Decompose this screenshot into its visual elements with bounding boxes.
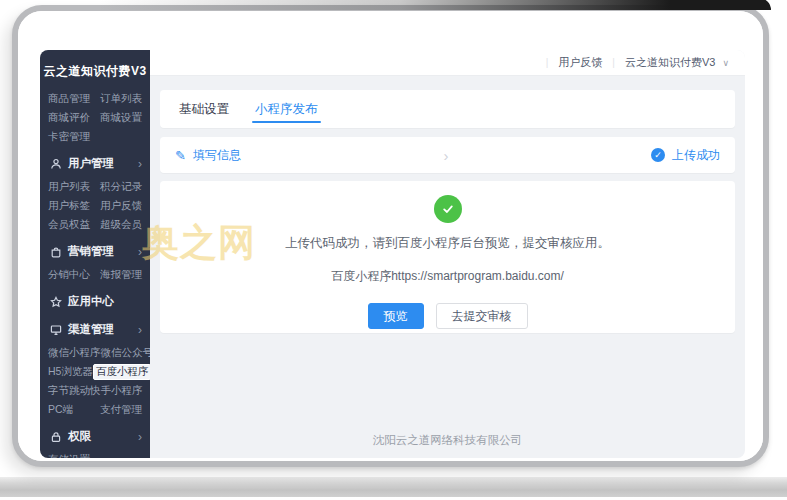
success-icon (434, 195, 462, 223)
sidebar-item-mall-settings[interactable]: 商城设置 (100, 111, 142, 125)
app-title: 云之道知识付费V3 (40, 50, 150, 89)
sidebar-item-wechat-official[interactable]: 微信公众号 (101, 346, 151, 360)
step-label: 填写信息 (193, 147, 241, 164)
chevron-right-icon: › (138, 324, 142, 336)
sidebar-item-user-feedback[interactable]: 用户反馈 (100, 199, 142, 213)
sidebar-section-label: 渠道管理 (68, 322, 114, 337)
sidebar-item-goods[interactable]: 商品管理 (48, 92, 90, 106)
check-circle-icon: ✓ (651, 148, 665, 162)
sidebar-item-member-benefits[interactable]: 会员权益 (48, 218, 90, 232)
sidebar-row: PC端 支付管理 (40, 400, 150, 419)
action-buttons: 预览 去提交审核 (160, 303, 735, 329)
sidebar-item-card-keys[interactable]: 卡密管理 (48, 130, 90, 144)
sidebar-section-label: 用户管理 (68, 156, 114, 171)
steps-bar: ✎ 填写信息 › ✓ 上传成功 (160, 137, 735, 173)
sidebar-section-marketing[interactable]: 营销管理 › (40, 241, 150, 262)
sidebar-item-orders[interactable]: 订单列表 (100, 92, 142, 106)
sidebar-item-user-list[interactable]: 用户列表 (48, 180, 90, 194)
chevron-right-icon: › (241, 147, 651, 164)
sidebar-item-baidu-mini[interactable]: 百度小程序 (93, 364, 150, 380)
sidebar-section-apps[interactable]: 应用中心 (40, 291, 150, 312)
sidebar-row: 会员权益 超级会员 (40, 215, 150, 234)
sidebar-item-wechat-mini[interactable]: 微信小程序 (48, 346, 101, 360)
upload-success-message: 上传代码成功，请到百度小程序后台预览，提交审核应用。 (160, 235, 735, 252)
edit-icon: ✎ (175, 148, 186, 163)
sidebar-section-label: 营销管理 (68, 244, 114, 259)
chevron-right-icon: › (138, 158, 142, 170)
sidebar-item-distribution[interactable]: 分销中心 (48, 268, 90, 282)
sidebar-row: 字节跳动 快手小程序 (40, 381, 150, 400)
step-upload-success: ✓ 上传成功 (651, 147, 720, 164)
sidebar-item-user-tags[interactable]: 用户标签 (48, 199, 90, 213)
device-stand (0, 477, 787, 497)
monitor-icon (50, 324, 62, 336)
sidebar-section-label: 应用中心 (68, 294, 114, 309)
step-fill-info: ✎ 填写信息 (175, 147, 241, 164)
chevron-right-icon: › (138, 431, 142, 443)
sidebar-item-super-member[interactable]: 超级会员 (100, 218, 142, 232)
tab-basic-settings[interactable]: 基础设置 (166, 90, 242, 128)
sidebar-item-points[interactable]: 积分记录 (100, 180, 142, 194)
sidebar-item-kuaishou-mini[interactable]: 快手小程序 (90, 384, 143, 398)
sidebar-row: 卡密管理 (40, 127, 150, 146)
sidebar-item-pc[interactable]: PC端 (48, 403, 73, 417)
sidebar-item-mall-review[interactable]: 商城评价 (48, 111, 90, 125)
divider: | (612, 57, 615, 68)
sidebar-row: 商品管理 订单列表 (40, 89, 150, 108)
sidebar-section-users[interactable]: 用户管理 › (40, 153, 150, 174)
user-feedback-link[interactable]: 用户反馈 (558, 55, 602, 70)
sidebar-row: 用户标签 用户反馈 (40, 196, 150, 215)
submit-review-button[interactable]: 去提交审核 (436, 303, 528, 329)
sidebar-row: 用户列表 积分记录 (40, 177, 150, 196)
step-label: 上传成功 (672, 147, 720, 164)
preview-button[interactable]: 预览 (368, 303, 424, 329)
divider: | (546, 57, 549, 68)
account-dropdown[interactable]: 云之道知识付费V3 ∨ (625, 55, 729, 70)
main-area: | 用户反馈 | 云之道知识付费V3 ∨ 基础设置 小程序发布 ✎ 填写信息 ›… (150, 50, 745, 458)
tab-miniprogram-publish[interactable]: 小程序发布 (242, 90, 331, 128)
sidebar-section-permissions[interactable]: 权限 › (40, 426, 150, 447)
sidebar-row: 存储设置 (40, 450, 150, 458)
sidebar-row: H5浏览器 百度小程序 (40, 362, 150, 381)
lock-icon (50, 431, 62, 443)
sidebar-item-storage[interactable]: 存储设置 (48, 453, 90, 459)
sidebar-row: 微信小程序 微信公众号 (40, 343, 150, 362)
baidu-console-link[interactable]: 百度小程序https://smartprogram.baidu.com/ (160, 268, 735, 285)
sidebar-row: 分销中心 海报管理 (40, 265, 150, 284)
star-icon (50, 296, 62, 308)
sidebar-row: 商城评价 商城设置 (40, 108, 150, 127)
sidebar-item-payment[interactable]: 支付管理 (100, 403, 142, 417)
sidebar: 云之道知识付费V3 商品管理 订单列表 商城评价 商城设置 卡密管理 用户管理 … (40, 50, 150, 458)
sidebar-section-label: 权限 (68, 429, 91, 444)
result-panel: 上传代码成功，请到百度小程序后台预览，提交审核应用。 百度小程序https://… (160, 181, 735, 333)
chevron-right-icon: › (138, 246, 142, 258)
footer-company: 沈阳云之道网络科技有限公司 (150, 433, 745, 448)
chevron-down-icon: ∨ (722, 58, 729, 68)
sidebar-item-posters[interactable]: 海报管理 (100, 268, 142, 282)
sidebar-item-bytedance[interactable]: 字节跳动 (48, 384, 90, 398)
user-icon (50, 158, 62, 170)
sidebar-item-h5-browser[interactable]: H5浏览器 (48, 365, 93, 379)
sidebar-section-channels[interactable]: 渠道管理 › (40, 319, 150, 340)
top-header: | 用户反馈 | 云之道知识付费V3 ∨ (150, 50, 745, 76)
bag-icon (50, 246, 62, 258)
account-name: 云之道知识付费V3 (625, 56, 715, 68)
tabs-bar: 基础设置 小程序发布 (160, 90, 735, 128)
